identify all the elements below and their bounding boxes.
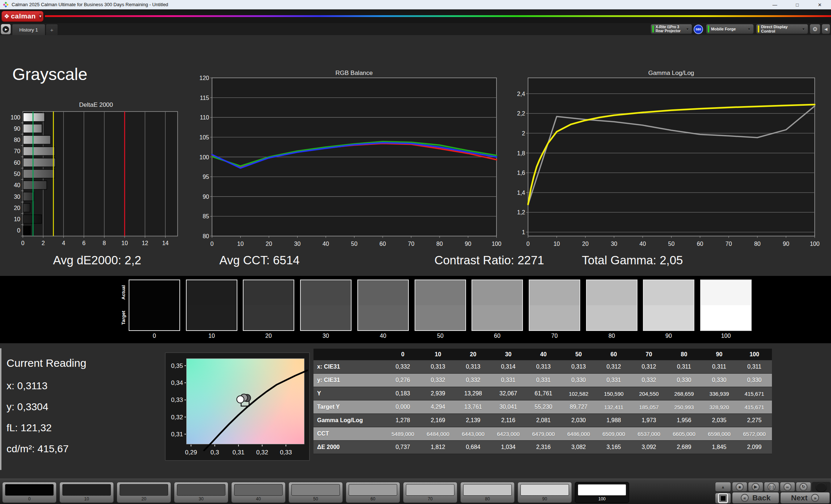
tab-add-button[interactable]: +: [46, 24, 58, 35]
current-reading-x: x: 0,3113: [7, 380, 47, 392]
next-button[interactable]: Next »: [780, 492, 830, 504]
pattern-swatch: [520, 484, 569, 496]
svg-text:90: 90: [783, 241, 789, 247]
pattern-button-50[interactable]: 50: [288, 482, 343, 503]
svg-text:20: 20: [14, 205, 20, 211]
table-cell: 0,311: [702, 360, 737, 374]
pattern-swatch: [234, 484, 283, 496]
pattern-button-30[interactable]: 30: [174, 482, 228, 503]
table-cell: 1,278: [385, 414, 420, 427]
collapse-panel-button[interactable]: ◀: [822, 24, 830, 34]
table-cell: 4,294: [420, 400, 456, 414]
refresh-button[interactable]: ↻: [796, 482, 811, 492]
pattern-level-label: 100: [575, 496, 629, 501]
current-reading-cdm2: cd/m²: 415,67: [7, 443, 68, 455]
table-cell: 415,671: [737, 400, 772, 414]
pattern-button-70[interactable]: 70: [403, 482, 457, 503]
window-pattern-button[interactable]: [715, 493, 731, 504]
pattern-button-60[interactable]: 60: [346, 482, 400, 503]
sidebar-expand-button[interactable]: ▶: [1, 24, 11, 34]
table-cell: 5489,000: [385, 427, 420, 441]
svg-text:0,29: 0,29: [185, 449, 197, 456]
table-cell: 2,275: [737, 414, 772, 427]
swatch-level-label: 10: [186, 333, 237, 339]
pattern-size-icon: [··]: [768, 483, 776, 491]
table-row-label: Y: [313, 387, 385, 400]
pattern-button-90[interactable]: 90: [518, 482, 572, 503]
next-chevron-icon: »: [811, 494, 819, 502]
svg-text:100: 100: [810, 241, 820, 247]
table-cell: 2,316: [526, 441, 561, 454]
pattern-button-10[interactable]: 10: [59, 482, 114, 503]
svg-text:60: 60: [379, 241, 386, 247]
swatch-level-label: 90: [643, 333, 694, 339]
gear-icon: ⚙: [813, 26, 818, 33]
swatch-level-label: 40: [357, 333, 409, 339]
pattern-level-label: 80: [461, 496, 514, 501]
continuous-read-button[interactable]: ∞: [780, 482, 795, 492]
table-cell: 6509,000: [596, 427, 631, 441]
expand-arrow-icon: ▶: [3, 26, 9, 33]
calman-app: Calman 2025 Calman Ultimate for Business…: [0, 0, 831, 504]
back-button[interactable]: « Back: [732, 492, 779, 504]
swatch-actual: [701, 280, 751, 305]
table-row-label: Gamma Log/Log: [313, 414, 385, 427]
source-dropdown[interactable]: Mobile Forge ▼: [706, 24, 754, 34]
svg-text:30: 30: [294, 241, 301, 247]
swatch-70: 70: [529, 280, 580, 339]
maximize-button[interactable]: □: [786, 0, 809, 9]
swatch-actual: [129, 280, 179, 305]
pattern-button-20[interactable]: 20: [117, 482, 171, 503]
display-control-dropdown[interactable]: Direct Display Control ▼: [756, 24, 808, 34]
table-cell: 3,092: [631, 441, 666, 454]
meter-exposure-badge[interactable]: 580: [694, 25, 703, 34]
table-cell: 0,312: [631, 360, 666, 374]
swatch-actual: [244, 280, 294, 305]
pattern-button-40[interactable]: 40: [231, 482, 286, 503]
meter-mode: Rear Projector: [656, 29, 683, 33]
swatch-80: 80: [586, 280, 637, 339]
close-button[interactable]: ✕: [809, 0, 831, 9]
swatch-actual: [529, 280, 579, 305]
strip-target-label: Target: [121, 305, 126, 331]
pattern-button-0[interactable]: 0: [2, 482, 57, 503]
table-cell: 2,169: [420, 414, 456, 427]
table-cell: 0,332: [456, 374, 491, 387]
svg-text:60: 60: [14, 160, 20, 166]
deltae-bar-chart: 024681012141009080706050403020100: [9, 109, 181, 250]
table-col-header: 30: [491, 349, 526, 360]
play-button[interactable]: ▶: [748, 482, 763, 492]
svg-text:2,2: 2,2: [517, 110, 525, 117]
svg-text:30: 30: [14, 194, 20, 200]
display-status-indicator: [758, 25, 759, 33]
swatch-level-label: 80: [586, 333, 637, 339]
table-cell: 0,332: [420, 374, 456, 387]
stop-button[interactable]: ■: [732, 482, 747, 492]
table-cell: 150,590: [596, 387, 631, 400]
minimize-button[interactable]: —: [764, 0, 786, 9]
svg-text:10: 10: [553, 241, 560, 247]
table-row: x: CIE310,3320,3130,3130,3140,3130,3130,…: [313, 360, 772, 374]
calman-menu-button[interactable]: ❖ calman ▼: [1, 11, 43, 22]
pattern-button-100[interactable]: 100: [575, 482, 629, 503]
table-row-label: y: CIE31: [313, 374, 385, 387]
pattern-size-button[interactable]: [··]: [764, 482, 779, 492]
meter-dropdown[interactable]: X-Rite i1Pro 3 Rear Projector ▼: [651, 24, 692, 34]
swatch-target: [587, 305, 637, 330]
pattern-window-up-button[interactable]: ▲: [715, 482, 731, 492]
table-cell: 268,659: [666, 387, 702, 400]
back-chevron-icon: «: [741, 494, 749, 502]
stat-avg-de2000: Avg dE2000: 2,2: [53, 253, 141, 267]
deltae-chart-title: DeltaE 2000: [79, 101, 113, 109]
svg-text:2: 2: [522, 130, 525, 136]
tab-history-1[interactable]: History 1: [12, 24, 45, 35]
pattern-button-80[interactable]: 80: [460, 482, 515, 503]
svg-text:6: 6: [82, 240, 86, 246]
svg-text:0,33: 0,33: [171, 396, 183, 403]
settings-button[interactable]: ⚙: [810, 24, 820, 34]
svg-text:0: 0: [21, 240, 25, 246]
table-cell: 55,230: [526, 400, 561, 414]
pattern-level-label: 10: [60, 496, 113, 501]
stat-total-gamma: Total Gamma: 2,05: [582, 253, 683, 267]
play-icon: ▶: [752, 483, 760, 491]
